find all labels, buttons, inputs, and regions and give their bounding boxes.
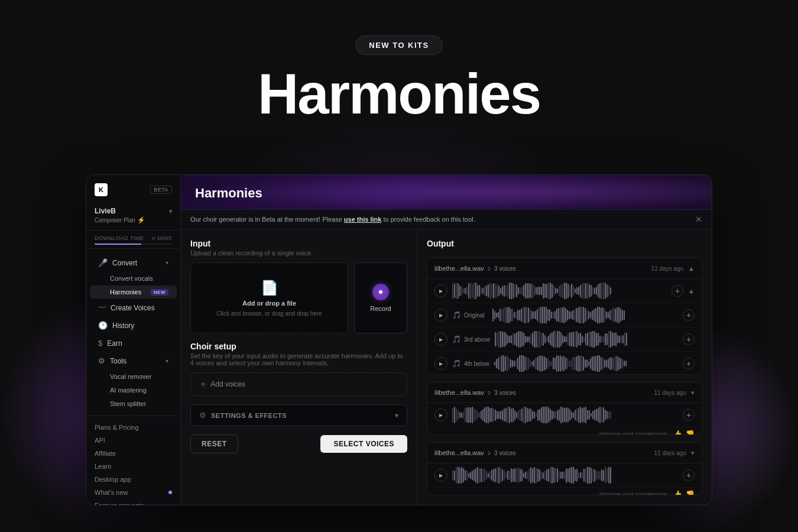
logo-icon[interactable]: K (95, 183, 108, 196)
alert-link[interactable]: use this link (344, 216, 382, 223)
play-button-4th[interactable]: ▶ (434, 357, 447, 370)
waveform-row-original: ▶ 🎵 Original + (427, 303, 702, 327)
reset-button[interactable]: RESET (190, 434, 238, 453)
earn-icon: $ (98, 339, 102, 348)
main-content: Harmonies Our choir generator is in Beta… (181, 175, 712, 505)
feedback-icons-2: 👍 👎 (673, 430, 695, 435)
history-icon: 🕐 (98, 321, 108, 330)
play-button-block3[interactable]: ▶ (434, 469, 447, 482)
add-track-btn-b2[interactable]: + (683, 409, 695, 421)
thumbs-up-icon-3[interactable]: 👍 (673, 490, 682, 495)
output-expand-3[interactable]: ▾ (691, 449, 695, 457)
waveform-viz-original (492, 307, 678, 323)
play-button-3rd[interactable]: ▶ (434, 333, 447, 346)
whats-new-dot (168, 491, 172, 494)
upload-sub-text: Click and browse, or drag and drop here (216, 310, 322, 317)
thumbs-up-icon-2[interactable]: 👍 (673, 430, 682, 435)
feature-header: Harmonies (181, 175, 712, 210)
output-filename-2: lilbethe...ella.wav (434, 389, 484, 396)
output-time-2: 11 days ago (654, 390, 687, 396)
waveform-row-block3: ▶ + (427, 463, 702, 488)
app-window: K BETA LivieB ▾ Composer Plan ⚡ DOWNLOAD… (86, 174, 712, 505)
waveform-viz-main-1 (452, 283, 667, 299)
output-expand-2[interactable]: ▾ (691, 389, 695, 397)
alert-close-icon[interactable]: ✕ (695, 215, 702, 224)
add-track-btn-orig[interactable]: + (683, 309, 695, 321)
waveform-row-main-1: ▶ + ▲ (427, 279, 702, 303)
output-time-3: 11 days ago (654, 450, 687, 456)
output-voices-badge-1: 3 voices (494, 265, 516, 272)
sidebar-item-ai-mastering[interactable]: AI mastering (90, 384, 177, 397)
add-track-btn-4th[interactable]: + (683, 358, 695, 369)
download-time-row: DOWNLOAD TIME ∞ MINS (86, 231, 180, 249)
track-label-3rd: 🎵 3rd above (452, 335, 490, 343)
footer-item-desktop-app[interactable]: Desktop app (86, 473, 180, 486)
beta-badge: BETA (150, 186, 172, 194)
thumbs-down-icon-3[interactable]: 👎 (686, 490, 695, 495)
play-button-original[interactable]: ▶ (434, 309, 447, 322)
add-track-btn-1[interactable]: + (672, 285, 683, 297)
waveform-row-3rd: ▶ 🎵 3rd above + (427, 327, 702, 352)
create-voices-icon: 〰 (98, 303, 106, 312)
settings-gear-icon: ⚙ (199, 411, 206, 420)
upload-file-icon: 📄 (261, 280, 278, 296)
play-button-main-1[interactable]: ▶ (434, 284, 447, 297)
upload-dropzone[interactable]: 📄 Add or drop a file Click and browse, o… (190, 262, 348, 333)
output-file-info-3: lilbethe...ella.wav › 3 voices (434, 447, 516, 458)
footer-item-whats-new[interactable]: What's new (86, 486, 180, 499)
output-file-info-1: lilbethe...ella.wav › 3 voices (434, 263, 516, 274)
choir-setup-subtitle: Set the key of your input audio to gener… (190, 352, 407, 366)
sidebar-item-harmonies[interactable]: Harmonies NEW (90, 286, 177, 299)
left-panel: Input Upload a clean recording of a sing… (181, 229, 417, 505)
track-expand-1[interactable]: ▲ (688, 287, 695, 294)
sidebar-footer: Plans & Pricing API Affiliate Learn Desk… (86, 416, 180, 505)
waveform-viz-block2 (452, 407, 678, 423)
footer-item-learn[interactable]: Learn (86, 460, 180, 473)
plan-upgrade-icon: ⚡ (137, 216, 145, 224)
convert-expand-icon: ▾ (166, 259, 168, 266)
svg-point-0 (379, 290, 382, 294)
input-section: Input Upload a clean recording of a sing… (190, 239, 407, 333)
sidebar-item-vocal-remover[interactable]: Vocal remover (90, 370, 177, 383)
waveform-row-4th: ▶ 🎵 4th below + (427, 352, 702, 375)
tools-expand-icon: ▾ (166, 358, 168, 364)
settings-bar[interactable]: ⚙ SETTINGS & EFFECTS ▾ (190, 404, 407, 426)
waveform-row-block2: ▶ + (427, 403, 702, 427)
add-track-btn-b3[interactable]: + (683, 469, 695, 481)
footer-item-affiliate[interactable]: Affiliate (86, 447, 180, 460)
panels-row: Input Upload a clean recording of a sing… (181, 229, 712, 505)
output-voices-badge-2: 3 voices (494, 390, 516, 396)
sidebar-user[interactable]: LivieB ▾ Composer Plan ⚡ (86, 202, 180, 231)
sidebar-item-convert-vocals[interactable]: Convert vocals (90, 272, 177, 285)
output-title: Output (427, 239, 702, 248)
sidebar-item-tools[interactable]: ⚙ Tools ▾ (90, 352, 177, 369)
sidebar-item-earn[interactable]: $ Earn (90, 335, 177, 352)
thumbs-down-icon-2[interactable]: 👎 (686, 430, 695, 435)
new-to-kits-badge: NEW TO KITS (355, 35, 442, 55)
user-plan: Composer Plan ⚡ (95, 216, 172, 224)
hero-section: NEW TO KITS Harmonies (0, 0, 798, 122)
footer-item-api[interactable]: API (86, 434, 180, 447)
sidebar-logo: K (95, 183, 108, 196)
output-voices-badge-3: 3 voices (494, 450, 516, 456)
record-button-area[interactable]: Record (354, 262, 407, 333)
plus-icon: + (200, 379, 206, 390)
output-block-3: lilbethe...ella.wav › 3 voices 11 days a… (427, 442, 702, 495)
output-time-1: 11 days ago (651, 265, 684, 272)
sidebar-item-convert[interactable]: 🎤 Convert ▾ (90, 254, 177, 271)
output-filename-3: lilbethe...ella.wav (434, 449, 484, 456)
sidebar-item-create-voices[interactable]: 〰 Create Voices (90, 299, 177, 316)
output-block-3-header: lilbethe...ella.wav › 3 voices 11 days a… (427, 443, 702, 463)
output-expand-1[interactable]: ▲ (688, 265, 695, 272)
download-time-bar (95, 244, 172, 245)
add-track-btn-3rd[interactable]: + (683, 333, 695, 345)
footer-item-feature-requests[interactable]: Feature requests (86, 499, 180, 505)
output-filename-1: lilbethe...ella.wav (434, 265, 484, 272)
select-voices-button[interactable]: SELECT VOICES (320, 435, 407, 453)
play-button-block2[interactable]: ▶ (434, 408, 447, 421)
sidebar-item-history[interactable]: 🕐 History (90, 317, 177, 334)
add-voices-button[interactable]: + Add voices (190, 372, 407, 396)
upload-main-text: Add or drop a file (242, 300, 296, 307)
footer-item-plans[interactable]: Plans & Pricing (86, 421, 180, 434)
sidebar-item-stem-splitter[interactable]: Stem splitter (90, 397, 177, 410)
